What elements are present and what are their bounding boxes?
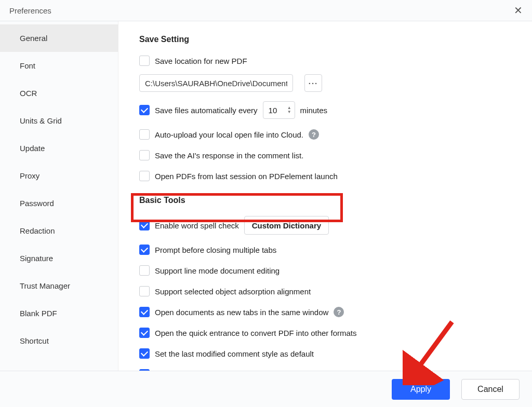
checkbox-last-comment[interactable] — [139, 348, 150, 359]
sidebar-item-general[interactable]: General — [0, 24, 118, 52]
checkbox-save-ai[interactable] — [139, 150, 150, 160]
sidebar-item-redaction[interactable]: Redaction — [0, 217, 118, 245]
checkbox-autosave[interactable] — [139, 105, 150, 115]
browse-button[interactable]: ··· — [304, 74, 322, 92]
quick-entrance-label: Open the quick entrance to convert PDF i… — [155, 329, 357, 337]
sidebar-item-signature[interactable]: Signature — [0, 245, 118, 272]
autosave-label-post: minutes — [300, 106, 328, 115]
autosave-minutes-input[interactable]: 10 ▲▼ — [263, 101, 295, 119]
sidebar-item-label: Shortcut — [20, 336, 49, 345]
save-location-label: Save location for new PDF — [155, 57, 247, 65]
sidebar-item-label: Blank PDF — [20, 309, 57, 318]
open-tabs-label: Open documents as new tabs in the same w… — [155, 308, 328, 317]
checkbox-open-last[interactable] — [139, 171, 150, 181]
last-comment-label: Set the last modified comment style as d… — [155, 349, 314, 358]
titlebar: Preferences ✕ — [0, 0, 532, 21]
autosave-label-pre: Save files automatically every — [155, 106, 258, 115]
sidebar-item-label: General — [20, 34, 47, 43]
sidebar-item-blank-pdf[interactable]: Blank PDF — [0, 300, 118, 327]
sidebar-item-update[interactable]: Update — [0, 134, 118, 162]
checkbox-save-location[interactable] — [139, 56, 150, 66]
spellcheck-label: Enable word spell check — [155, 221, 239, 230]
section-heading-save: Save Setting — [139, 35, 522, 44]
sidebar: General Font OCR Units & Grid Update Pro… — [0, 21, 118, 371]
checkbox-open-tabs[interactable] — [139, 307, 150, 317]
sidebar-item-units-grid[interactable]: Units & Grid — [0, 107, 118, 134]
window-title: Preferences — [9, 6, 51, 15]
apply-button[interactable]: Apply — [392, 379, 450, 400]
sidebar-item-label: Redaction — [20, 226, 55, 235]
section-heading-basic: Basic Tools — [139, 196, 522, 205]
sidebar-item-ocr[interactable]: OCR — [0, 79, 118, 107]
footer: Apply Cancel — [0, 371, 532, 407]
checkbox-prompt-tabs[interactable] — [139, 245, 150, 255]
sidebar-item-font[interactable]: Font — [0, 52, 118, 79]
save-ai-label: Save the AI's response in the comment li… — [155, 151, 303, 160]
prompt-tabs-label: Prompt before closing multiple tabs — [155, 246, 276, 254]
checkbox-adsorption[interactable] — [139, 286, 150, 296]
checkbox-quick-entrance[interactable] — [139, 328, 150, 338]
sidebar-item-label: Font — [20, 61, 35, 70]
content-panel: Save Setting Save location for new PDF ·… — [118, 21, 532, 371]
sidebar-item-label: Proxy — [20, 171, 39, 180]
close-icon[interactable]: ✕ — [514, 5, 523, 16]
sidebar-item-label: Password — [20, 199, 54, 208]
sidebar-item-shortcut[interactable]: Shortcut — [0, 327, 118, 355]
checkbox-line-mode[interactable] — [139, 265, 150, 276]
checkbox-autoupload[interactable] — [139, 129, 150, 140]
spinner-icon[interactable]: ▲▼ — [287, 106, 291, 114]
save-location-input[interactable] — [139, 74, 293, 92]
sidebar-item-label: Signature — [20, 254, 53, 263]
adsorption-label: Support selected object adsorption align… — [155, 287, 311, 296]
sidebar-item-password[interactable]: Password — [0, 189, 118, 217]
sidebar-item-label: Update — [20, 144, 45, 153]
help-icon[interactable]: ? — [309, 129, 319, 140]
autosave-minutes-value: 10 — [269, 106, 287, 115]
sidebar-item-label: Trust Manager — [20, 281, 70, 290]
sidebar-item-label: OCR — [20, 89, 37, 98]
line-mode-label: Support line mode document editing — [155, 266, 280, 275]
autoupload-label: Auto-upload your local open file into Cl… — [155, 130, 303, 139]
checkbox-spellcheck[interactable] — [139, 220, 150, 230]
sidebar-item-label: Units & Grid — [20, 116, 62, 125]
open-last-label: Open PDFs from last session on PDFelemen… — [155, 172, 338, 181]
sidebar-item-trust-manager[interactable]: Trust Manager — [0, 272, 118, 300]
custom-dictionary-button[interactable]: Custom Dictionary — [244, 216, 329, 235]
cancel-button[interactable]: Cancel — [461, 379, 520, 400]
sidebar-item-proxy[interactable]: Proxy — [0, 162, 118, 189]
help-icon[interactable]: ? — [334, 307, 344, 317]
